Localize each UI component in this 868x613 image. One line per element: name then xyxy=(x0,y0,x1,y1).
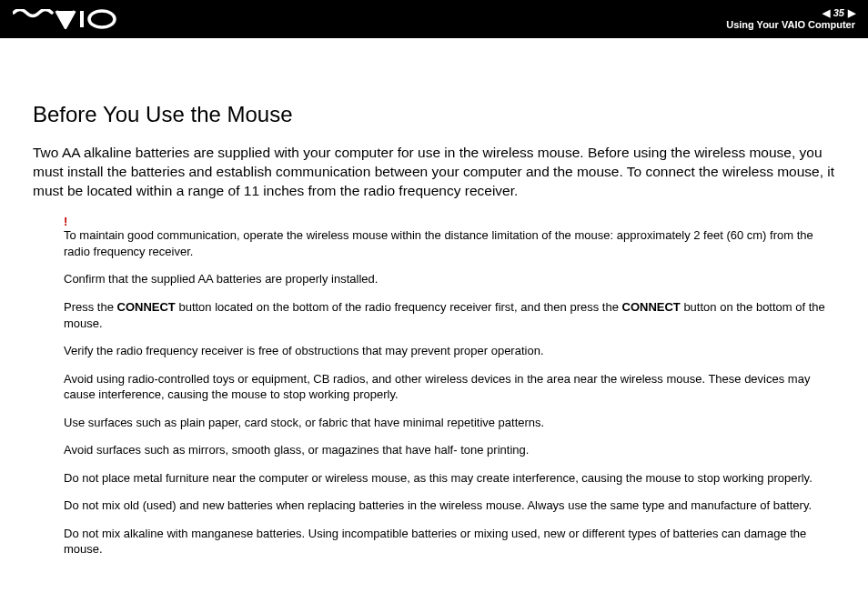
paragraph: To maintain good communication, operate … xyxy=(64,227,835,259)
page-title: Before You Use the Mouse xyxy=(33,102,835,127)
paragraph: Avoid using radio-controlled toys or equ… xyxy=(64,371,835,403)
section-name: Using Your VAIO Computer xyxy=(726,19,855,31)
connect-label: CONNECT xyxy=(622,300,681,314)
paragraph: Use surfaces such as plain paper, card s… xyxy=(64,415,835,431)
prev-page-arrow[interactable]: ◀ xyxy=(823,7,830,19)
page-number: 35 xyxy=(833,7,844,19)
svg-rect-1 xyxy=(80,11,84,27)
paragraph: Avoid surfaces such as mirrors, smooth g… xyxy=(64,442,835,458)
page-header: ◀ 35 ▶ Using Your VAIO Computer xyxy=(0,0,868,38)
paragraph: Verify the radio frequency receiver is f… xyxy=(64,343,835,359)
text: Press the xyxy=(64,300,117,314)
page-navigation: ◀ 35 ▶ xyxy=(823,7,855,19)
paragraph: Do not place metal furniture near the co… xyxy=(64,470,835,487)
intro-paragraph: Two AA alkaline batteries are supplied w… xyxy=(33,144,835,201)
paragraph: Do not mix old (used) and new batteries … xyxy=(64,497,835,514)
svg-point-2 xyxy=(89,11,115,27)
paragraph: Confirm that the supplied AA batteries a… xyxy=(64,271,835,287)
header-right: ◀ 35 ▶ Using Your VAIO Computer xyxy=(726,7,855,31)
page-content: Before You Use the Mouse Two AA alkaline… xyxy=(0,38,868,558)
next-page-arrow[interactable]: ▶ xyxy=(848,7,855,19)
instructions-block: ! To maintain good communication, operat… xyxy=(64,214,835,558)
paragraph: Press the CONNECT button located on the … xyxy=(64,299,835,331)
paragraph: Do not mix alkaline with manganese batte… xyxy=(64,526,835,558)
connect-label: CONNECT xyxy=(117,300,176,314)
text: button located on the bottom of the radi… xyxy=(176,300,622,314)
vaio-logo xyxy=(13,9,122,29)
